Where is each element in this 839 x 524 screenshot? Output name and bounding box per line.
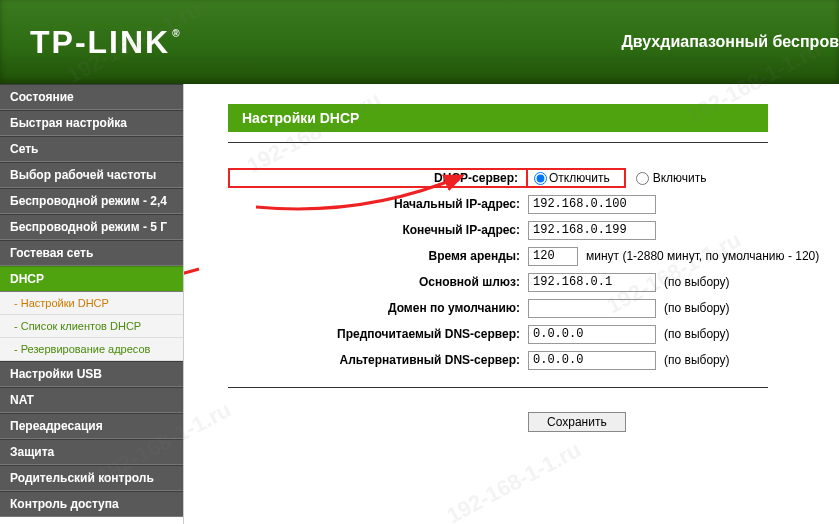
row-dhcp-server: DHCP-сервер: Отключить Включить bbox=[228, 167, 828, 189]
form-divider bbox=[228, 387, 768, 388]
dhcp-form: DHCP-сервер: Отключить Включить Начальны… bbox=[228, 167, 828, 432]
nav-security[interactable]: Защита bbox=[0, 439, 183, 465]
brand-tagline: Двухдиапазонный беспров bbox=[621, 33, 839, 51]
hint-dns2: (по выбору) bbox=[664, 353, 730, 367]
row-dns2: Альтернативный DNS-сервер: (по выбору) bbox=[228, 349, 828, 371]
nav-dhcp-settings[interactable]: - Настройки DHCP bbox=[0, 292, 183, 315]
nav-guest-network[interactable]: Гостевая сеть bbox=[0, 240, 183, 266]
brand-logo-text: TP-LINK bbox=[30, 24, 170, 61]
nav-wireless-5[interactable]: Беспроводной режим - 5 Г bbox=[0, 214, 183, 240]
label-start-ip: Начальный IP-адрес: bbox=[228, 197, 528, 211]
nav-dhcp-reservation[interactable]: - Резервирование адресов bbox=[0, 338, 183, 361]
input-domain[interactable] bbox=[528, 299, 656, 318]
input-gateway[interactable] bbox=[528, 273, 656, 292]
input-lease[interactable] bbox=[528, 247, 578, 266]
label-dns2: Альтернативный DNS-сервер: bbox=[228, 353, 528, 367]
nav-sidebar: Состояние Быстрая настройка Сеть Выбор р… bbox=[0, 84, 184, 524]
radio-dhcp-off-label: Отключить bbox=[549, 171, 610, 185]
nav-network[interactable]: Сеть bbox=[0, 136, 183, 162]
label-gateway: Основной шлюз: bbox=[228, 275, 528, 289]
hint-gateway: (по выбору) bbox=[664, 275, 730, 289]
label-dns1: Предпочитаемый DNS-сервер: bbox=[228, 327, 528, 341]
label-domain: Домен по умолчанию: bbox=[228, 301, 528, 315]
brand-logo: TP-LINK ® bbox=[30, 24, 180, 61]
hint-lease: минут (1-2880 минут, по умолчанию - 120) bbox=[586, 249, 819, 263]
row-gateway: Основной шлюз: (по выбору) bbox=[228, 271, 828, 293]
nav-forwarding[interactable]: Переадресация bbox=[0, 413, 183, 439]
app-header: TP-LINK ® Двухдиапазонный беспров bbox=[0, 0, 839, 84]
radio-dhcp-on-label: Включить bbox=[653, 171, 707, 185]
input-dns1[interactable] bbox=[528, 325, 656, 344]
nav-status[interactable]: Состояние bbox=[0, 84, 183, 110]
input-start-ip[interactable] bbox=[528, 195, 656, 214]
row-domain: Домен по умолчанию: (по выбору) bbox=[228, 297, 828, 319]
row-lease: Время аренды: минут (1-2880 минут, по ум… bbox=[228, 245, 828, 267]
radio-dhcp-on[interactable] bbox=[636, 172, 649, 185]
row-save: Сохранить bbox=[528, 412, 828, 432]
nav-usb[interactable]: Настройки USB bbox=[0, 361, 183, 387]
nav-wireless-24[interactable]: Беспроводной режим - 2,4 bbox=[0, 188, 183, 214]
title-divider bbox=[228, 142, 768, 143]
radio-dhcp-off[interactable] bbox=[534, 172, 547, 185]
label-lease: Время аренды: bbox=[228, 249, 528, 263]
radio-group-dhcp-server: Отключить bbox=[526, 168, 626, 188]
row-start-ip: Начальный IP-адрес: bbox=[228, 193, 828, 215]
input-end-ip[interactable] bbox=[528, 221, 656, 240]
input-dns2[interactable] bbox=[528, 351, 656, 370]
hint-domain: (по выбору) bbox=[664, 301, 730, 315]
row-dns1: Предпочитаемый DNS-сервер: (по выбору) bbox=[228, 323, 828, 345]
nav-nat[interactable]: NAT bbox=[0, 387, 183, 413]
content-area: Настройки DHCP DHCP-сервер: Отключить Вк… bbox=[184, 84, 839, 524]
label-dhcp-server: DHCP-сервер: bbox=[228, 168, 528, 188]
nav-dhcp[interactable]: DHCP bbox=[0, 266, 183, 292]
page-title: Настройки DHCP bbox=[228, 104, 768, 132]
nav-access-ctrl[interactable]: Контроль доступа bbox=[0, 491, 183, 517]
row-end-ip: Конечный IP-адрес: bbox=[228, 219, 828, 241]
hint-dns1: (по выбору) bbox=[664, 327, 730, 341]
label-end-ip: Конечный IP-адрес: bbox=[228, 223, 528, 237]
annotation-arrow-icon bbox=[184, 244, 204, 307]
nav-parental[interactable]: Родительский контроль bbox=[0, 465, 183, 491]
trademark-icon: ® bbox=[172, 28, 181, 39]
nav-band-select[interactable]: Выбор рабочей частоты bbox=[0, 162, 183, 188]
nav-dhcp-clients[interactable]: - Список клиентов DHCP bbox=[0, 315, 183, 338]
nav-quick-setup[interactable]: Быстрая настройка bbox=[0, 110, 183, 136]
save-button[interactable]: Сохранить bbox=[528, 412, 626, 432]
